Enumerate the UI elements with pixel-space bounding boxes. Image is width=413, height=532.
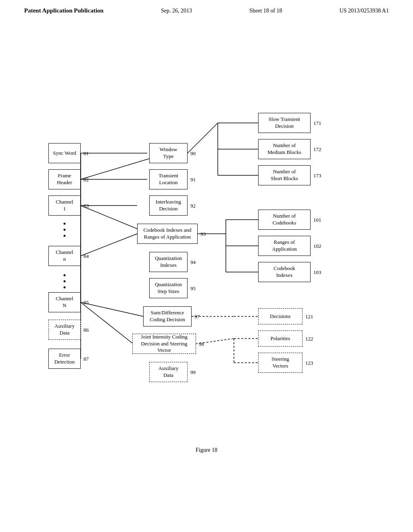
auxiliary-data-left-num: 86 <box>83 327 89 333</box>
num-medium-blocks-num: 172 <box>313 146 321 153</box>
transient-location-num: 91 <box>190 177 196 183</box>
codebook-indexes-num: 93 <box>200 231 206 237</box>
quantization-step-label: QuantizationStep Sizes <box>155 281 182 295</box>
error-detection-label: ErrorDetection <box>54 352 75 366</box>
svg-point-31 <box>64 274 66 276</box>
header-date: Sep. 26, 2013 <box>161 8 192 14</box>
auxiliary-data-left-box: AuxiliaryData <box>48 320 81 340</box>
codebook-indexes-right-label: CodebookIndexes <box>273 265 295 279</box>
channel-n-num: 84 <box>83 253 89 260</box>
svg-line-9 <box>81 302 133 344</box>
ranges-application-box: Ranges ofApplication <box>258 236 311 256</box>
num-codebooks-label: Number ofCodebooks <box>273 213 296 227</box>
svg-point-29 <box>64 229 66 231</box>
num-short-blocks-label: Number ofShort Blocks <box>271 168 298 182</box>
svg-point-30 <box>64 235 66 237</box>
auxiliary-data-mid-label: AuxiliaryData <box>159 365 179 379</box>
frame-header-label: FrameHeader <box>57 172 72 186</box>
error-detection-num: 87 <box>83 356 89 362</box>
interleaving-decision-label: InterleavingDecision <box>156 199 181 212</box>
channel-N-label: ChannelN <box>56 295 73 309</box>
decisions-box: Decisions <box>258 308 302 324</box>
num-medium-blocks-label: Number ofMedium Blocks <box>267 142 301 156</box>
num-medium-blocks-box: Number ofMedium Blocks <box>258 139 311 159</box>
num-codebooks-num: 101 <box>313 217 321 223</box>
sync-word-box: Sync Word <box>48 143 81 163</box>
frame-header-num: 82 <box>83 177 89 183</box>
quantization-indexes-label: QuantizationIndexes <box>155 255 182 269</box>
codebook-indexes-right-box: CodebookIndexes <box>258 262 311 282</box>
header-patent: US 2013/0253938 A1 <box>340 8 389 14</box>
interleaving-decision-num: 92 <box>190 203 196 209</box>
page-header: Patent Application Publication Sep. 26, … <box>0 0 413 18</box>
channel-n-box: Channeln <box>48 246 81 266</box>
sum-difference-label: Sum/DifferenceCoding Decision <box>150 310 185 323</box>
window-type-box: WindowType <box>149 143 188 163</box>
sync-word-label: Sync Word <box>53 150 76 157</box>
polarities-box: Polarities <box>258 330 302 347</box>
header-sheet: Sheet 18 of 18 <box>249 8 282 14</box>
interleaving-decision-box: InterleavingDecision <box>149 195 188 216</box>
svg-line-7 <box>81 234 137 256</box>
auxiliary-data-left-label: AuxiliaryData <box>54 323 75 337</box>
diagram-area: Sync Word 81 FrameHeader 82 Channel1 83 … <box>0 26 413 470</box>
window-type-label: WindowType <box>159 146 177 160</box>
channel-N-num: 85 <box>83 299 89 306</box>
polarities-label: Polarities <box>270 335 290 342</box>
channel-1-box: Channel1 <box>48 195 81 216</box>
frame-header-box: FrameHeader <box>48 169 81 189</box>
quantization-indexes-num: 94 <box>190 259 196 266</box>
num-short-blocks-box: Number ofShort Blocks <box>258 165 311 185</box>
transient-location-label: TransientLocation <box>159 172 178 186</box>
sync-word-num: 81 <box>83 150 89 157</box>
codebook-indexes-right-num: 103 <box>313 269 321 276</box>
joint-intensity-box: Joint Intensity CodingDecision and Steer… <box>132 334 196 354</box>
slow-transient-box: Slow TransientDecision <box>258 113 311 133</box>
ranges-application-num: 102 <box>313 243 321 249</box>
slow-transient-label: Slow TransientDecision <box>269 116 300 130</box>
transient-location-box: TransientLocation <box>149 169 188 189</box>
svg-point-32 <box>64 281 66 283</box>
polarities-num: 122 <box>305 336 313 342</box>
figure-caption: Figure 18 <box>0 447 413 453</box>
svg-point-28 <box>64 223 66 225</box>
joint-intensity-num: 98 <box>199 341 204 347</box>
error-detection-box: ErrorDetection <box>48 349 81 369</box>
header-publication: Patent Application Publication <box>24 7 104 14</box>
window-type-num: 90 <box>190 150 196 157</box>
auxiliary-data-mid-num: 99 <box>190 369 196 376</box>
codebook-indexes-box: Codebook Indexes andRanges of Applicatio… <box>137 224 198 244</box>
joint-intensity-label: Joint Intensity CodingDecision and Steer… <box>135 334 193 354</box>
quantization-step-box: QuantizationStep Sizes <box>149 278 188 298</box>
quantization-indexes-box: QuantizationIndexes <box>149 252 188 272</box>
svg-point-33 <box>64 287 66 289</box>
quantization-step-num: 95 <box>190 285 196 292</box>
decisions-label: Decisions <box>270 313 290 320</box>
svg-line-12 <box>188 123 218 153</box>
steering-vectors-box: SteeringVectors <box>258 353 302 373</box>
num-short-blocks-num: 173 <box>313 172 321 179</box>
sum-difference-num: 97 <box>194 314 200 320</box>
codebook-indexes-label: Codebook Indexes andRanges of Applicatio… <box>143 227 191 241</box>
channel-1-num: 83 <box>83 203 89 209</box>
steering-vectors-num: 123 <box>305 360 313 366</box>
channel-n-label: Channeln <box>56 249 73 263</box>
steering-vectors-label: SteeringVectors <box>271 356 289 370</box>
slow-transient-num: 171 <box>313 120 321 127</box>
ranges-application-label: Ranges ofApplication <box>272 239 296 253</box>
decisions-num: 121 <box>305 314 313 320</box>
num-codebooks-box: Number ofCodebooks <box>258 210 311 230</box>
sum-difference-box: Sum/DifferenceCoding Decision <box>143 306 192 326</box>
auxiliary-data-mid-box: AuxiliaryData <box>149 362 188 382</box>
channel-1-label: Channel1 <box>56 199 73 212</box>
channel-N-box: ChannelN <box>48 292 81 312</box>
